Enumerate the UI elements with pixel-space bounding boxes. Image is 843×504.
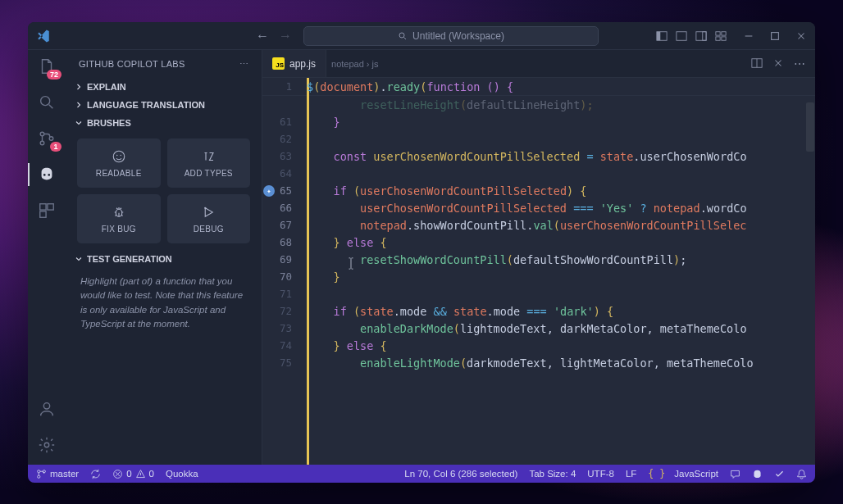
git-branch-icon bbox=[36, 469, 47, 479]
status-cursor[interactable]: Ln 70, Col 6 (286 selected) bbox=[404, 469, 517, 479]
code-line: } else { bbox=[307, 339, 815, 352]
status-prettier[interactable] bbox=[774, 469, 785, 479]
vscode-window: ← → Untitled (Workspace) 72 bbox=[28, 22, 815, 483]
brush-fix-bug[interactable]: FIX BUG bbox=[77, 194, 161, 243]
status-eol[interactable]: LF bbox=[626, 469, 636, 479]
section-translation[interactable]: LANGUAGE TRANSLATION bbox=[66, 96, 262, 114]
activity-scm[interactable]: 1 bbox=[37, 129, 57, 148]
scm-badge: 1 bbox=[50, 142, 62, 152]
editor-pane: JS app.js notepad › js ⋯ 1$(document).re… bbox=[262, 50, 815, 465]
line-number: 66 bbox=[262, 202, 307, 214]
line-number: 63 bbox=[262, 150, 307, 162]
code-line: const userChosenWordCountPillSelected = … bbox=[307, 150, 815, 163]
status-sync[interactable] bbox=[90, 469, 101, 479]
sidebar-more-icon[interactable]: ⋯ bbox=[239, 59, 248, 70]
split-editor-icon[interactable] bbox=[751, 57, 763, 69]
layout-grid-icon[interactable] bbox=[715, 30, 727, 42]
status-bell[interactable] bbox=[796, 469, 807, 479]
debug-icon bbox=[201, 205, 216, 220]
testgen-hint: Highlight (part of) a function that you … bbox=[66, 268, 262, 341]
code-line: enableLightMode(darkmodeText, lightMetaC… bbox=[307, 356, 815, 370]
section-brushes[interactable]: BRUSHES bbox=[66, 114, 262, 132]
chevron-right-icon bbox=[74, 82, 84, 92]
status-branch[interactable]: master bbox=[36, 469, 79, 479]
status-quokka[interactable]: Quokka bbox=[166, 469, 198, 479]
close-icon[interactable] bbox=[795, 30, 807, 42]
status-feedback[interactable] bbox=[730, 469, 740, 479]
code-line: resetShowWordCountPill(defaultShowWordCo… bbox=[307, 253, 815, 266]
maximize-icon[interactable] bbox=[769, 30, 781, 42]
brush-label: READABLE bbox=[96, 169, 142, 178]
line-number: 75 bbox=[262, 356, 307, 369]
tab-bar: JS app.js notepad › js ⋯ bbox=[262, 50, 815, 78]
svg-rect-15 bbox=[40, 204, 46, 210]
nav-forward-icon[interactable]: → bbox=[279, 29, 292, 43]
text-cursor-icon bbox=[348, 257, 354, 270]
brush-label: DEBUG bbox=[194, 225, 224, 234]
line-number: 74 bbox=[262, 339, 307, 352]
brush-grid: READABLE ADD TYPES FIX BUG DEBUG bbox=[66, 132, 262, 250]
branch-name: master bbox=[50, 469, 79, 479]
brush-readable[interactable]: READABLE bbox=[77, 138, 161, 188]
section-explain[interactable]: EXPLAIN bbox=[66, 78, 262, 96]
scrollbar[interactable] bbox=[806, 78, 814, 465]
activity-extensions[interactable] bbox=[37, 201, 57, 220]
activity-search[interactable] bbox=[37, 93, 57, 112]
svg-point-24 bbox=[204, 207, 206, 208]
tab-more-icon[interactable]: ⋯ bbox=[794, 57, 805, 70]
brush-label: ADD TYPES bbox=[185, 169, 233, 178]
smile-icon bbox=[112, 149, 126, 164]
activity-explorer[interactable]: 72 bbox=[37, 57, 57, 76]
layout-bottom-icon[interactable] bbox=[676, 30, 687, 42]
line-number: 70 bbox=[262, 270, 307, 283]
brush-debug[interactable]: DEBUG bbox=[167, 194, 251, 243]
tab-app-js[interactable]: JS app.js bbox=[262, 50, 326, 77]
section-label: LANGUAGE TRANSLATION bbox=[87, 100, 205, 110]
activity-settings[interactable] bbox=[37, 435, 57, 455]
layout-left-icon[interactable] bbox=[656, 30, 668, 42]
svg-rect-9 bbox=[722, 36, 726, 39]
sidebar: GITHUB COPILOT LABS ⋯ EXPLAIN LANGUAGE T… bbox=[66, 50, 262, 465]
copilot-icon bbox=[752, 469, 763, 479]
nav-back-icon[interactable]: ← bbox=[256, 29, 269, 43]
status-encoding[interactable]: UTF-8 bbox=[587, 469, 614, 479]
code-line: enableDarkMode(lightmodeText, darkMetaCo… bbox=[307, 322, 815, 335]
status-tabsize[interactable]: Tab Size: 4 bbox=[529, 469, 576, 479]
tab-close-icon[interactable] bbox=[772, 57, 784, 69]
svg-point-26 bbox=[38, 470, 40, 472]
minimize-icon[interactable] bbox=[743, 30, 754, 42]
svg-rect-5 bbox=[703, 31, 706, 40]
sidebar-header: GITHUB COPILOT LABS ⋯ bbox=[66, 50, 262, 78]
svg-point-22 bbox=[120, 154, 121, 156]
svg-point-20 bbox=[113, 151, 125, 162]
breadcrumb[interactable]: notepad › js bbox=[326, 59, 378, 69]
svg-rect-6 bbox=[716, 31, 720, 34]
brush-label: FIX BUG bbox=[102, 225, 136, 234]
svg-point-12 bbox=[40, 132, 44, 136]
svg-point-13 bbox=[40, 141, 44, 145]
warning-icon bbox=[135, 469, 146, 479]
nav-arrows: ← → bbox=[256, 29, 292, 43]
svg-point-19 bbox=[44, 443, 49, 447]
section-label: EXPLAIN bbox=[87, 82, 126, 92]
line-number: 64 bbox=[262, 167, 307, 179]
brush-add-types[interactable]: ADD TYPES bbox=[167, 138, 251, 188]
js-file-icon: JS bbox=[272, 57, 285, 70]
activity-copilot[interactable] bbox=[37, 165, 57, 184]
status-problems[interactable]: 0 0 bbox=[112, 469, 154, 479]
svg-rect-16 bbox=[48, 204, 53, 210]
activity-account[interactable] bbox=[37, 399, 57, 419]
copilot-glyph-icon[interactable]: ✦ bbox=[263, 185, 275, 197]
code-line: if (state.mode && state.mode === 'dark')… bbox=[307, 305, 815, 318]
search-icon bbox=[398, 31, 408, 41]
explorer-badge: 72 bbox=[47, 70, 62, 79]
types-icon bbox=[201, 149, 216, 164]
window-controls bbox=[743, 30, 807, 42]
titlebar: ← → Untitled (Workspace) bbox=[28, 22, 815, 50]
status-copilot[interactable] bbox=[752, 469, 763, 479]
command-center[interactable]: Untitled (Workspace) bbox=[303, 26, 599, 46]
code-editor[interactable]: 1$(document).ready(function () { resetLi… bbox=[262, 78, 815, 465]
layout-right-icon[interactable] bbox=[695, 30, 707, 42]
section-testgen[interactable]: TEST GENERATION bbox=[66, 250, 262, 268]
status-lang[interactable]: { } JavaScript bbox=[648, 468, 718, 479]
